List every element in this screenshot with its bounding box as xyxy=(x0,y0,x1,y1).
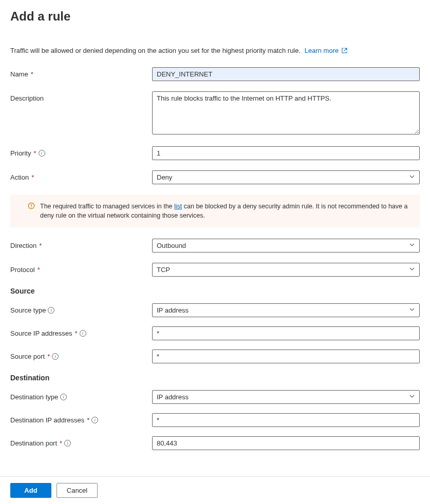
info-icon[interactable]: i xyxy=(48,307,54,314)
learn-more-link[interactable]: Learn more xyxy=(305,47,347,54)
cancel-button[interactable]: Cancel xyxy=(57,483,98,498)
source-ip-input[interactable] xyxy=(152,326,420,340)
chevron-down-icon xyxy=(409,266,415,274)
info-icon[interactable]: i xyxy=(64,440,71,447)
description-label: Description xyxy=(10,91,152,102)
source-ip-label: Source IP addresses* i xyxy=(10,326,152,337)
source-ip-label-text: Source IP addresses xyxy=(10,329,72,337)
source-port-label-text: Source port xyxy=(10,353,45,360)
destination-type-value: IP address xyxy=(157,393,189,401)
chevron-down-icon xyxy=(409,173,415,181)
direction-label: Direction* xyxy=(10,239,152,249)
required-indicator: * xyxy=(60,439,62,447)
intro-text: Traffic will be allowed or denied depend… xyxy=(10,47,420,55)
required-indicator: * xyxy=(33,149,36,157)
source-port-label: Source port* i xyxy=(10,350,152,360)
footer-actions: Add Cancel xyxy=(0,476,430,504)
source-section-header: Source xyxy=(10,287,420,295)
required-indicator: * xyxy=(47,353,50,360)
description-label-text: Description xyxy=(10,94,44,102)
destination-ip-label: Destination IP addresses* i xyxy=(10,413,152,424)
source-type-select[interactable]: IP address xyxy=(152,303,420,317)
action-label-text: Action xyxy=(10,173,29,181)
action-label: Action* xyxy=(10,170,152,181)
warning-text-pre: The required traffic to managed services… xyxy=(40,203,174,210)
warning-icon xyxy=(28,202,35,209)
chevron-down-icon xyxy=(409,393,415,401)
chevron-down-icon xyxy=(409,306,415,314)
svg-point-2 xyxy=(31,207,32,208)
add-button[interactable]: Add xyxy=(10,483,51,498)
action-select[interactable]: Deny xyxy=(152,170,420,184)
chevron-down-icon xyxy=(409,242,415,249)
destination-section-header: Destination xyxy=(10,374,420,382)
name-label-text: Name xyxy=(10,70,28,78)
required-indicator: * xyxy=(74,329,77,337)
protocol-value: TCP xyxy=(157,266,170,274)
source-type-value: IP address xyxy=(157,306,189,314)
source-port-input[interactable] xyxy=(152,350,420,363)
priority-label: Priority* i xyxy=(10,146,152,157)
required-indicator: * xyxy=(31,70,33,78)
external-link-icon xyxy=(342,47,347,55)
destination-port-label: Destination port* i xyxy=(10,436,152,447)
direction-value: Outbound xyxy=(157,242,186,249)
required-indicator: * xyxy=(39,242,42,249)
info-icon[interactable]: i xyxy=(80,330,86,337)
intro-body: Traffic will be allowed or denied depend… xyxy=(10,47,301,54)
priority-input[interactable] xyxy=(152,146,420,160)
name-input[interactable] xyxy=(152,67,420,81)
action-value: Deny xyxy=(157,173,172,181)
deny-warning-banner: The required traffic to managed services… xyxy=(10,195,420,227)
priority-label-text: Priority xyxy=(10,149,31,157)
page-title: Add a rule xyxy=(10,9,420,24)
destination-ip-label-text: Destination IP addresses xyxy=(10,416,84,424)
required-indicator: * xyxy=(31,173,34,181)
protocol-label: Protocol* xyxy=(10,263,152,274)
destination-type-select[interactable]: IP address xyxy=(152,390,420,404)
destination-type-label: Destination type i xyxy=(10,390,152,401)
required-indicator: * xyxy=(87,416,89,424)
info-icon[interactable]: i xyxy=(60,394,67,400)
info-icon[interactable]: i xyxy=(39,150,45,157)
direction-select[interactable]: Outbound xyxy=(152,239,420,253)
description-textarea[interactable]: This rule blocks traffic to the Internet… xyxy=(152,91,420,134)
source-type-label-text: Source type xyxy=(10,306,46,314)
destination-ip-input[interactable] xyxy=(152,413,420,427)
warning-list-link[interactable]: list xyxy=(174,203,182,210)
info-icon[interactable]: i xyxy=(52,353,59,360)
destination-type-label-text: Destination type xyxy=(10,393,58,401)
source-type-label: Source type i xyxy=(10,303,152,314)
info-icon[interactable]: i xyxy=(91,417,98,423)
destination-port-label-text: Destination port xyxy=(10,439,57,447)
name-label: Name* xyxy=(10,67,152,78)
protocol-select[interactable]: TCP xyxy=(152,263,420,277)
learn-more-label: Learn more xyxy=(305,47,339,54)
required-indicator: * xyxy=(38,266,40,274)
destination-port-input[interactable] xyxy=(152,436,420,450)
protocol-label-text: Protocol xyxy=(10,266,35,274)
direction-label-text: Direction xyxy=(10,242,36,249)
